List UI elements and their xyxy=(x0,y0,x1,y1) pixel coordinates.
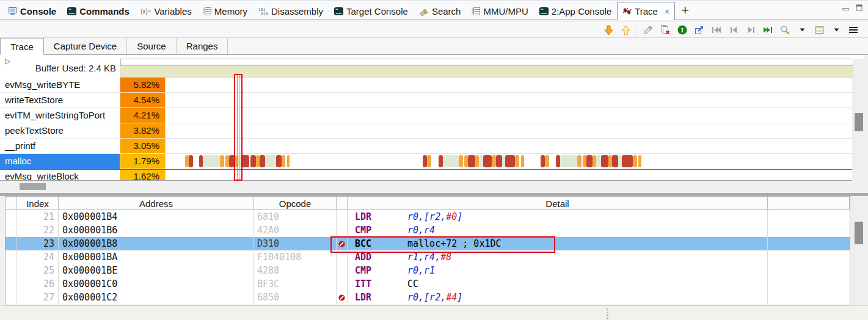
info-icon[interactable]: I xyxy=(676,24,688,36)
timeline-horizontal-scrollbar[interactable] xyxy=(0,181,868,193)
maximize-icon[interactable] xyxy=(856,4,863,11)
function-percent: 3.82% xyxy=(120,123,165,139)
address-cell: 0x000001C2 xyxy=(59,291,254,304)
table-icon[interactable] xyxy=(813,24,825,36)
subtab-label: Trace xyxy=(10,42,34,52)
row-gutter xyxy=(5,291,17,304)
minimize-icon[interactable] xyxy=(842,4,850,11)
subtab-trace[interactable]: Trace xyxy=(0,38,44,55)
heatmap-segment xyxy=(560,155,577,167)
tab-commands[interactable]: Commands xyxy=(62,2,135,20)
heatmap-segment xyxy=(220,155,224,167)
tab-trace[interactable]: Trace× xyxy=(617,2,675,20)
heatmap-segment xyxy=(586,155,593,167)
row-extra xyxy=(768,250,850,264)
timeline-ruler[interactable] xyxy=(120,59,863,65)
chevron-down-icon[interactable] xyxy=(796,24,808,36)
function-percent: 1.62% xyxy=(120,169,165,181)
tab-mmu-mpu[interactable]: MMU/MPU xyxy=(466,2,533,20)
clear-log-icon[interactable] xyxy=(659,24,671,36)
heatmap-segment xyxy=(505,155,515,167)
buffer-usage-band[interactable] xyxy=(120,65,864,78)
header-address: Address xyxy=(59,197,254,209)
trace-toolbar: I xyxy=(602,23,859,37)
table-row[interactable]: 210x000001B46810LDRr0,[r2,#0] xyxy=(5,210,850,224)
table-row[interactable]: 270x000001C26850LDRr0,[r2,#4] xyxy=(5,291,850,304)
tab-search[interactable]: Search xyxy=(414,2,467,20)
new-tab-button[interactable]: + xyxy=(675,1,695,20)
subtab-label: Source xyxy=(137,41,166,51)
table-row[interactable]: 250x000001BE4288CMPr0,r1 xyxy=(5,264,850,277)
table-row[interactable]: 230x000001B8D310BCCmalloc+72 ; 0x1DC xyxy=(5,237,850,250)
view-menu-icon[interactable] xyxy=(847,24,859,36)
table-header-row: IndexAddressOpcodeDetail xyxy=(5,196,850,210)
tab-label: Memory xyxy=(214,6,247,16)
heatmap-segment xyxy=(521,155,524,167)
row-extra xyxy=(768,210,850,224)
timeline-heatmap-cluster[interactable] xyxy=(541,155,641,167)
address-cell: 0x000001B4 xyxy=(59,210,254,224)
address-cell: 0x000001BA xyxy=(59,250,254,264)
function-row[interactable]: __printf3.05% xyxy=(0,139,852,154)
chevron-down-icon[interactable] xyxy=(830,24,842,36)
down-arrow-icon[interactable] xyxy=(602,24,615,36)
table-vertical-scrollbar[interactable] xyxy=(853,197,864,305)
heatmap-segment xyxy=(250,155,256,167)
opcode-cell: BF3C xyxy=(254,277,337,291)
function-row[interactable]: evITM_writeStringToPort4.21% xyxy=(0,108,852,123)
tab-disassembly[interactable]: 101010Disassembly xyxy=(253,2,329,20)
export-icon[interactable] xyxy=(693,24,706,36)
subtab-capture-device[interactable]: Capture Device xyxy=(44,38,127,54)
view-toolbar-row: I xyxy=(0,22,868,38)
scrollbar-thumb[interactable] xyxy=(20,183,46,190)
function-row[interactable]: evMsg_writeBYTE5.82% xyxy=(0,78,852,93)
timeline-row-separator xyxy=(165,138,852,139)
function-name: evITM_writeStringToPort xyxy=(0,108,120,123)
tab-console[interactable]: Console xyxy=(2,2,62,20)
timeline-heatmap-cluster[interactable] xyxy=(423,155,524,167)
tab-variables[interactable]: (x)=Variables xyxy=(135,2,197,20)
close-tab-icon[interactable]: × xyxy=(665,7,669,16)
scrollbar-thumb[interactable] xyxy=(855,113,863,131)
heatmap-segment xyxy=(601,155,608,167)
function-row[interactable]: evMsg_writeBlock1.62% xyxy=(0,169,852,181)
timeline-vertical-scrollbar[interactable] xyxy=(853,59,864,180)
splitter-grip[interactable] xyxy=(607,308,608,319)
up-arrow-icon[interactable] xyxy=(619,24,632,36)
step-back-icon[interactable] xyxy=(728,24,740,36)
mnemonic: CMP xyxy=(355,224,407,237)
heatmap-segment xyxy=(260,155,265,167)
zoom-icon[interactable] xyxy=(779,24,791,36)
operand: r0,r4 xyxy=(407,225,435,236)
function-row[interactable]: writeTextStore4.54% xyxy=(0,93,852,108)
function-row[interactable]: peekTextStore3.82% xyxy=(0,123,852,139)
table-row[interactable]: 240x000001BAF1040108ADDr1,r4,#8 xyxy=(5,250,850,264)
heatmap-segment xyxy=(265,155,276,167)
bottom-splitter-area xyxy=(0,305,868,320)
table-row[interactable]: 220x000001B642A0CMPr0,r4 xyxy=(5,224,850,237)
heatmap-segment xyxy=(203,155,220,167)
operand: r0,r1 xyxy=(407,265,435,276)
subtab-ranges[interactable]: Ranges xyxy=(177,38,228,54)
timeline-row-separator xyxy=(165,92,852,93)
eraser-icon[interactable] xyxy=(642,24,654,36)
operand: #0 xyxy=(446,211,457,222)
scrollbar-thumb[interactable] xyxy=(855,222,863,244)
trace-timeline-panel[interactable]: evMsg_writeBYTE5.82%writeTextStore4.54%e… xyxy=(0,78,852,181)
table-row[interactable]: 260x000001C0BF3CITTCC xyxy=(5,277,850,291)
tab-2-app-console[interactable]: 2:App Console xyxy=(534,2,617,20)
heatmap-segment xyxy=(423,155,427,167)
index-cell: 26 xyxy=(17,277,59,291)
tab-memory[interactable]: Memory xyxy=(197,2,253,20)
detail-cell: BCCmalloc+72 ; 0x1DC xyxy=(348,237,768,250)
heatmap-segment xyxy=(515,155,519,167)
timeline-cursor[interactable] xyxy=(234,74,243,181)
step-forward-icon[interactable] xyxy=(745,24,757,36)
subtab-source[interactable]: Source xyxy=(127,38,177,54)
tab-target-console[interactable]: Target Console xyxy=(329,2,414,20)
address-cell: 0x000001C0 xyxy=(59,277,254,291)
row-gutter xyxy=(5,210,17,224)
skip-last-icon[interactable] xyxy=(762,24,774,36)
header-flag xyxy=(337,197,348,209)
skip-first-icon[interactable] xyxy=(710,24,723,36)
